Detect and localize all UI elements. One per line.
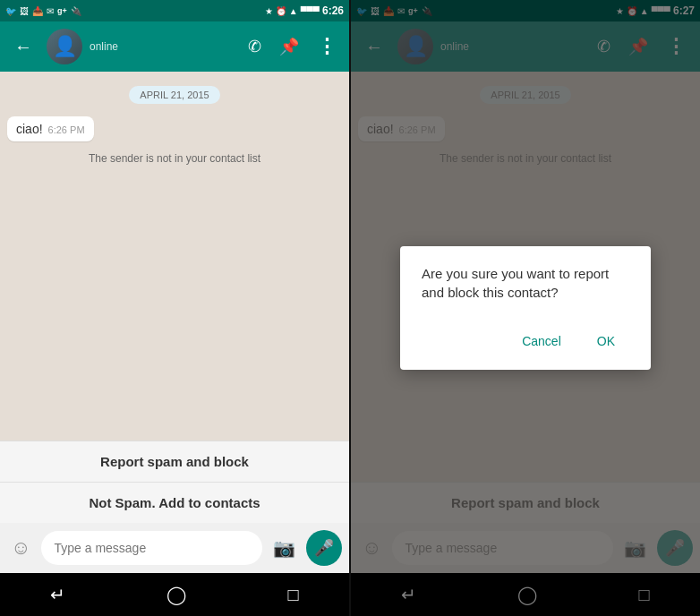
- contact-info-left: online: [90, 40, 234, 53]
- confirm-dialog: Are you sure you want to report and bloc…: [400, 246, 651, 370]
- sender-warning-left: The sender is not in your contact list: [7, 152, 342, 165]
- gplus-icon: g+: [57, 6, 67, 15]
- not-spam-button-left[interactable]: Not Spam. Add to contacts: [0, 483, 349, 523]
- attach-button-left[interactable]: 📌: [272, 30, 306, 64]
- back-button-left[interactable]: ←: [7, 30, 39, 64]
- status-bar-right-icons: ★ ⏰ ▲ ▀▀▀ 6:26: [265, 4, 344, 17]
- emoji-button-left[interactable]: ☺: [7, 533, 34, 563]
- status-bar-left-icons: 🐦 🖼 📥 ✉ g+ 🔌: [5, 6, 81, 16]
- dialog-actions: Cancel OK: [422, 320, 629, 363]
- twitter-icon: 🐦: [5, 6, 16, 16]
- dialog-title: Are you sure you want to report and bloc…: [422, 264, 629, 302]
- input-area-left: ☺ 📷 🎤: [0, 523, 349, 573]
- status-time-left: 6:26: [322, 4, 344, 17]
- message-time-left: 6:26 PM: [48, 124, 85, 135]
- signal-icon: ▀▀▀: [301, 6, 320, 16]
- left-screen: 🐦 🖼 📥 ✉ g+ 🔌 ★ ⏰ ▲ ▀▀▀ 6:26 ← 👤 online ✆: [0, 0, 349, 616]
- message-text-left: ciao!: [16, 122, 43, 136]
- status-bar-left: 🐦 🖼 📥 ✉ g+ 🔌 ★ ⏰ ▲ ▀▀▀ 6:26: [0, 0, 349, 21]
- avatar-left: 👤: [47, 29, 82, 64]
- report-spam-button-left[interactable]: Report spam and block: [0, 441, 349, 483]
- app-bar-left: ← 👤 online ✆ 📌 ⋮: [0, 21, 349, 72]
- alarm-icon: ⏰: [276, 6, 286, 16]
- dialog-overlay: Are you sure you want to report and bloc…: [351, 0, 700, 616]
- nav-home-left[interactable]: ◯: [159, 577, 193, 612]
- chat-area-left: APRIL 21, 2015 ciao! 6:26 PM The sender …: [0, 72, 349, 441]
- mic-button-left[interactable]: 🎤: [306, 530, 342, 566]
- inbox-icon: 📥: [32, 6, 43, 16]
- more-button-left[interactable]: ⋮: [310, 28, 342, 65]
- dialog-ok-button[interactable]: OK: [583, 327, 629, 355]
- mic-icon-left: 🎤: [314, 538, 334, 558]
- contact-status-left: online: [90, 40, 234, 53]
- date-divider-left: APRIL 21, 2015: [7, 86, 342, 102]
- email-icon: ✉: [47, 6, 54, 16]
- battery-icon: 🔌: [71, 6, 81, 16]
- app-bar-actions-left: ✆ 📌 ⋮: [241, 28, 342, 65]
- camera-button-left[interactable]: 📷: [269, 534, 299, 562]
- spam-buttons-left: Report spam and block Not Spam. Add to c…: [0, 441, 349, 523]
- wifi-icon: ▲: [289, 6, 298, 16]
- dialog-cancel-button[interactable]: Cancel: [508, 327, 576, 355]
- nav-back-left[interactable]: ↵: [43, 577, 73, 612]
- message-bubble-left: ciao! 6:26 PM: [7, 116, 94, 141]
- message-input-left[interactable]: [41, 531, 262, 565]
- nav-recents-left[interactable]: □: [280, 578, 305, 612]
- nav-bar-left: ↵ ◯ □: [0, 573, 349, 616]
- right-screen: 🐦 🖼 📥 ✉ g+ 🔌 ★ ⏰ ▲ ▀▀▀ 6:27 ← 👤 online ✆: [351, 0, 700, 616]
- phone-button-left[interactable]: ✆: [241, 30, 269, 64]
- bluetooth-icon: ★: [265, 6, 273, 16]
- image-icon: 🖼: [20, 6, 29, 16]
